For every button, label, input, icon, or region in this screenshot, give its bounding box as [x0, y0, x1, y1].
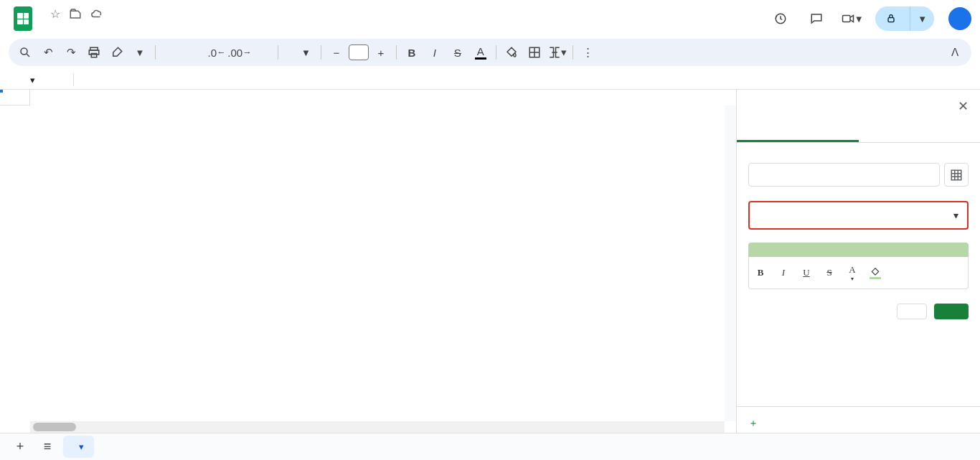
menu-format[interactable] [89, 24, 99, 30]
menu-help[interactable] [135, 24, 145, 30]
svg-rect-1 [842, 16, 850, 22]
font-select[interactable]: ▼ [283, 47, 316, 58]
spreadsheet-grid[interactable] [0, 90, 736, 433]
svg-rect-8 [951, 170, 961, 180]
font-size-input[interactable] [349, 44, 369, 60]
inc-decimal-icon[interactable]: .00→ [229, 42, 250, 63]
style-text-color-icon[interactable]: A▾ [844, 264, 861, 281]
style-fill-color-icon[interactable] [867, 264, 884, 281]
plus-icon: ＋ [748, 417, 758, 430]
currency-icon[interactable] [160, 42, 182, 63]
dec-decimal-icon[interactable]: .0← [206, 42, 227, 63]
condition-select[interactable]: ▾ [748, 201, 969, 230]
menu-file[interactable] [43, 24, 53, 30]
tab-single-color[interactable] [737, 123, 859, 142]
all-sheets-icon[interactable]: ≡ [36, 436, 59, 459]
close-icon[interactable]: ✕ [958, 98, 969, 114]
horizontal-scrollbar[interactable] [30, 421, 725, 433]
menu-extensions[interactable] [123, 24, 133, 30]
merge-icon[interactable]: ▾ [547, 42, 568, 63]
paint-format-icon[interactable] [106, 42, 128, 63]
menu-view[interactable] [66, 24, 76, 30]
cloud-icon[interactable] [90, 7, 103, 23]
font-inc[interactable]: + [370, 42, 392, 63]
fill-color-icon[interactable] [501, 42, 522, 63]
style-italic-icon[interactable]: I [775, 264, 792, 281]
history-icon[interactable] [768, 6, 793, 32]
menu-data[interactable] [100, 24, 110, 30]
style-underline-icon[interactable]: U [798, 264, 815, 281]
chevron-down-icon: ▾ [953, 210, 958, 221]
strike-icon[interactable]: S [447, 42, 468, 63]
toolbar: ↶ ↷ ▼ .0← .00→ ▼ − + B I S A ▾ ⋮ ᐱ [9, 39, 971, 66]
sheet-tab-1[interactable]: ▾ [63, 436, 94, 458]
more-icon[interactable]: ⋮ [578, 42, 599, 63]
style-bold-icon[interactable]: B [752, 264, 769, 281]
print-icon[interactable] [83, 42, 105, 63]
text-color-icon[interactable]: A [470, 42, 491, 63]
cancel-button[interactable] [897, 304, 927, 319]
zoom-select[interactable]: ▼ [129, 42, 151, 63]
undo-icon[interactable]: ↶ [37, 42, 59, 63]
move-icon[interactable] [69, 7, 82, 23]
vertical-scrollbar[interactable] [725, 105, 736, 421]
menu-edit[interactable] [55, 24, 65, 30]
menu-tools[interactable] [112, 24, 122, 30]
tab-color-scale[interactable] [859, 123, 981, 142]
comment-icon[interactable] [804, 6, 829, 32]
avatar[interactable] [948, 7, 971, 30]
star-icon[interactable]: ☆ [50, 7, 60, 23]
conditional-format-sidebar: ✕ ▾ B I U S A▾ [736, 90, 980, 433]
borders-icon[interactable] [524, 42, 545, 63]
range-select-icon[interactable] [944, 163, 969, 187]
svg-rect-2 [888, 18, 894, 22]
percent-icon[interactable] [183, 42, 204, 63]
bold-icon[interactable]: B [401, 42, 423, 63]
svg-point-3 [21, 48, 27, 55]
redo-icon[interactable]: ↷ [60, 42, 82, 63]
app-logo[interactable] [9, 4, 37, 33]
add-rule-button[interactable]: ＋ [737, 406, 980, 433]
number-format[interactable] [252, 42, 273, 63]
collapse-toolbar-icon[interactable]: ᐱ [944, 42, 966, 63]
share-button[interactable] [875, 6, 910, 31]
name-box[interactable]: ▾ [30, 75, 66, 85]
style-strike-icon[interactable]: S [821, 264, 838, 281]
select-all-corner[interactable] [0, 90, 30, 105]
menu-insert[interactable] [77, 24, 88, 30]
italic-icon[interactable]: I [424, 42, 446, 63]
add-sheet-icon[interactable]: + [9, 436, 32, 459]
done-button[interactable] [934, 304, 969, 319]
meet-icon[interactable]: ▼ [839, 6, 865, 32]
search-icon[interactable] [14, 42, 36, 63]
style-preview[interactable] [748, 243, 969, 257]
font-dec[interactable]: − [326, 42, 347, 63]
share-dropdown[interactable]: ▼ [910, 6, 934, 31]
range-input[interactable] [748, 163, 940, 187]
